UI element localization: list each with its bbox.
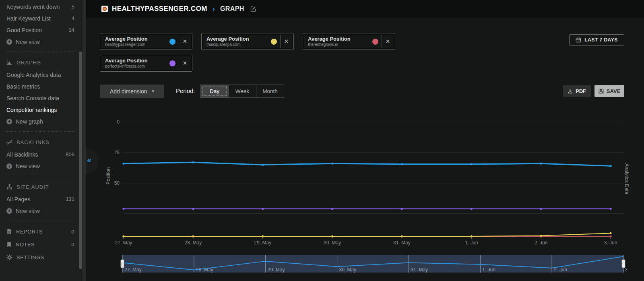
series-point — [609, 165, 611, 167]
navigator-chart[interactable]: 27. May28. May29. May30. May31. May1. Ju… — [119, 254, 627, 276]
new-view-button[interactable]: + New view — [0, 205, 83, 217]
plus-circle-icon: + — [6, 39, 12, 45]
collapse-sidebar-icon[interactable]: « — [87, 155, 91, 165]
sidebar-item-all-backlinks[interactable]: All Backlinks 806 — [0, 149, 83, 160]
date-range-button[interactable]: LAST 7 DAYS — [569, 34, 624, 45]
app-window: { "colors": { "accent_blue": "#2f8fd6", … — [0, 0, 644, 281]
x-tick-label: 3. Jun — [604, 240, 617, 246]
sidebar-item-google-analytics-data[interactable]: Google Analytics data — [0, 69, 83, 81]
section-backlinks[interactable]: BACKLINKS — [0, 136, 83, 149]
series-point — [471, 163, 473, 165]
section-title: GRAPHS — [17, 60, 41, 66]
series-point — [122, 235, 124, 237]
navigator-date-label: 31. May — [411, 267, 428, 273]
series-point — [331, 235, 333, 237]
new-graph-button[interactable]: + New graph — [0, 116, 83, 127]
series-color-dot — [169, 39, 175, 45]
series-point — [609, 208, 611, 210]
series-point — [609, 235, 611, 237]
brush-handle-left[interactable] — [121, 260, 124, 268]
series-point — [540, 208, 542, 210]
brush-handle-right[interactable] — [622, 260, 625, 268]
site-favicon — [101, 6, 108, 12]
remove-metric-button[interactable]: × — [179, 35, 191, 48]
breadcrumb-site: HEALTHYPASSENGER.COM — [112, 5, 207, 13]
chip-body: Average Position theresheglows.in — [304, 35, 382, 48]
series-point — [331, 163, 333, 165]
period-week-button[interactable]: Week — [228, 85, 256, 97]
breadcrumb-page: GRAPH — [220, 5, 244, 12]
right-axis-title: Analytics Data — [624, 157, 630, 201]
period-month-button[interactable]: Month — [256, 85, 284, 97]
sidebar-item-settings[interactable]: SETTINGS — [0, 251, 83, 264]
export-pdf-button[interactable]: PDF — [563, 85, 591, 97]
plus-circle-icon: + — [6, 163, 12, 169]
item-count: 0 — [71, 229, 74, 235]
sidebar-item-competitor-rankings[interactable]: Competitor rankings — [0, 104, 83, 116]
main-chart-area: Position Analytics Data 0255027. May28. … — [86, 115, 644, 250]
y-tick-label: 25 — [114, 150, 120, 155]
sidebar-divider — [6, 221, 76, 221]
sidebar-item-reports[interactable]: REPORTS 0 — [0, 225, 83, 238]
sidebar-item-label: Search Console data — [6, 95, 59, 101]
series-point — [401, 235, 403, 237]
sidebar-divider — [6, 52, 76, 52]
new-view-button[interactable]: + New view — [0, 160, 83, 172]
bar-chart-icon — [6, 60, 12, 66]
remove-metric-button[interactable]: × — [280, 35, 292, 48]
remove-metric-button[interactable]: × — [382, 35, 394, 48]
series-point — [192, 235, 194, 237]
sidebar-item-good-position[interactable]: Good Position 14 — [0, 24, 83, 36]
save-button[interactable]: SAVE — [594, 85, 624, 97]
new-view-button[interactable]: + New view — [0, 36, 83, 48]
edit-title-button[interactable] — [250, 6, 256, 12]
series-point — [471, 235, 473, 237]
series-point — [122, 208, 124, 210]
new-view-label: New view — [16, 163, 40, 169]
remove-metric-button[interactable]: × — [179, 56, 191, 70]
item-count: 4 — [72, 15, 74, 21]
chip-domain: thaisquarespa.com — [206, 42, 249, 47]
series-point — [331, 208, 333, 210]
sidebar-item-basic-metrics[interactable]: Basic metrics — [0, 81, 83, 92]
section-title: BACKLINKS — [17, 139, 50, 145]
metric-chip-perfectskinfitness: Average Position perfectskinfitness.com … — [100, 55, 192, 72]
sidebar-item-label: Hair Keyword List — [6, 15, 51, 22]
section-graphs[interactable]: GRAPHS — [0, 56, 83, 69]
x-tick-label: 27. May — [115, 240, 132, 246]
chip-title: Average Position — [206, 36, 249, 42]
pencil-square-icon — [250, 6, 256, 12]
sidebar-item-label: Good Position — [6, 27, 42, 33]
sidebar: Keywords went down 5 Hair Keyword List 4… — [0, 0, 83, 281]
sidebar-item-search-console-data[interactable]: Search Console data — [0, 92, 83, 104]
period-label: Period: — [176, 87, 195, 94]
period-day-button[interactable]: Day — [201, 85, 228, 97]
period-toggle-group: Day Week Month — [200, 85, 284, 98]
pdf-label: PDF — [576, 88, 586, 94]
navigator-date-label: 30. May — [339, 267, 357, 273]
sidebar-item-all-pages[interactable]: All Pages 131 — [0, 193, 83, 205]
new-view-label: New view — [16, 208, 40, 214]
chip-domain: theresheglows.in — [308, 42, 351, 47]
add-dimension-label: Add dimension — [110, 88, 147, 95]
sidebar-item-notes[interactable]: NOTES 0 — [0, 238, 83, 251]
series-point — [471, 208, 473, 210]
series-line-0 — [124, 162, 611, 166]
series-point — [262, 164, 264, 166]
section-site-audit[interactable]: SITE AUDIT — [0, 180, 83, 193]
series-color-dot — [372, 39, 378, 45]
sidebar-scrollbar[interactable] — [79, 52, 82, 269]
bookmark-icon — [6, 242, 12, 248]
sidebar-item-hair-keyword-list[interactable]: Hair Keyword List 4 — [0, 12, 83, 24]
floppy-save-icon — [599, 89, 604, 94]
add-dimension-button[interactable]: Add dimension ▾ — [100, 85, 164, 98]
section-title: SITE AUDIT — [17, 184, 49, 190]
item-count: 0 — [71, 242, 74, 248]
new-graph-label: New graph — [16, 118, 43, 125]
item-count: 806 — [66, 151, 74, 157]
navigator-area[interactable]: 27. May28. May29. May30. May31. May1. Ju… — [119, 254, 627, 276]
sidebar-item-label: All Pages — [6, 196, 30, 202]
sidebar-item-keywords-went-down[interactable]: Keywords went down 5 — [0, 1, 83, 12]
metric-chip-healthypassenger: Average Position healthypassenger.com × — [100, 33, 192, 50]
x-tick-label: 2. Jun — [535, 240, 548, 246]
